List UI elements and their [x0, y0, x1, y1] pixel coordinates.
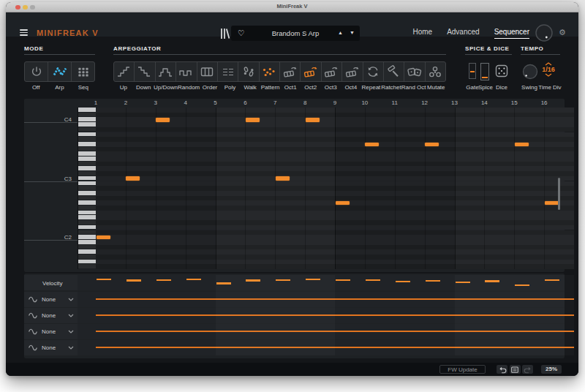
seq-mode-icon-seq[interactable]: [72, 62, 94, 81]
arp-poly-icon-poly[interactable]: [218, 62, 238, 81]
piano-key-white[interactable]: [78, 211, 96, 215]
piano-key-white[interactable]: [78, 176, 96, 181]
preset-down-icon[interactable]: ▼: [350, 30, 355, 35]
sequencer-note[interactable]: [276, 176, 290, 181]
piano-key-white[interactable]: [78, 200, 96, 205]
sequencer-note[interactable]: [545, 201, 559, 206]
arp-ratchet-icon-ratchet[interactable]: [384, 62, 404, 81]
velocity-bar[interactable]: [396, 281, 410, 282]
roll-scrollbar[interactable]: [558, 178, 561, 210]
piano-key-black[interactable]: [78, 220, 96, 225]
piano-key-black[interactable]: [78, 171, 96, 176]
sequencer-note[interactable]: [126, 176, 140, 181]
spice-slider-icon[interactable]: [480, 63, 489, 80]
sequencer-note[interactable]: [306, 118, 320, 122]
sequencer-note[interactable]: [425, 143, 439, 147]
piano-key-white[interactable]: [78, 122, 96, 127]
piano-key-white[interactable]: [78, 142, 96, 146]
arp-order-icon-order[interactable]: [197, 62, 218, 81]
velocity-bar[interactable]: [186, 279, 201, 280]
piano-key-black[interactable]: [78, 137, 96, 141]
power-icon-off[interactable]: [25, 62, 48, 81]
chevron-down-icon[interactable]: [68, 298, 74, 301]
mod-destination-select[interactable]: None: [42, 344, 56, 351]
sequencer-note[interactable]: [336, 201, 350, 206]
piano-key-white[interactable]: [78, 225, 96, 230]
piano-key-white[interactable]: [78, 157, 96, 161]
sequencer-note[interactable]: [97, 235, 110, 240]
piano-key-white[interactable]: [78, 166, 96, 170]
arp-oct-icon-oct4[interactable]: [342, 62, 363, 81]
piano-key-black[interactable]: [78, 113, 96, 117]
piano-key-black[interactable]: [78, 264, 96, 268]
arp-updown-icon-up-down[interactable]: [156, 62, 176, 81]
time-div-control[interactable]: 1/16: [540, 62, 556, 77]
piano-key-black[interactable]: [78, 147, 96, 151]
history-icon[interactable]: [510, 365, 521, 374]
arp-mutate-icon-mutate[interactable]: [426, 62, 445, 81]
mod-destination-select[interactable]: None: [42, 312, 56, 319]
velocity-bar[interactable]: [127, 279, 141, 281]
redo-icon[interactable]: [522, 365, 533, 374]
piano-key-white[interactable]: [78, 181, 96, 186]
arp-mode-icon-arp[interactable]: [48, 62, 72, 81]
velocity-bar[interactable]: [156, 279, 171, 281]
sequencer-note[interactable]: [156, 118, 170, 122]
arp-pattern-icon-pattern[interactable]: [260, 62, 280, 81]
piano-key-white[interactable]: [78, 191, 96, 195]
piano-key-black[interactable]: [78, 127, 96, 132]
chevron-down-icon[interactable]: [68, 314, 74, 317]
preset-browser[interactable]: ♡ Brandom S Arp ▲ ▼: [231, 26, 360, 41]
chevron-down-icon[interactable]: [68, 330, 74, 333]
velocity-bar[interactable]: [97, 279, 111, 280]
piano-key-black[interactable]: [78, 206, 96, 210]
piano-key-white[interactable]: [78, 235, 96, 239]
piano-key-black[interactable]: [78, 186, 96, 190]
piano-key-black[interactable]: [78, 230, 96, 235]
nav-tab-sequencer[interactable]: Sequencer: [494, 28, 529, 39]
arp-up-icon-up[interactable]: [114, 62, 135, 81]
nav-tab-advanced[interactable]: Advanced: [447, 28, 479, 39]
piano-key-white[interactable]: [78, 108, 96, 112]
preset-up-icon[interactable]: ▲: [338, 30, 343, 35]
velocity-bar[interactable]: [366, 279, 380, 281]
piano-key-black[interactable]: [78, 255, 96, 259]
piano-key-white[interactable]: [78, 240, 96, 244]
piano-key-black[interactable]: [78, 245, 96, 249]
mod-destination-select[interactable]: None: [42, 296, 56, 303]
swing-knob[interactable]: [521, 62, 540, 81]
master-volume-knob[interactable]: [535, 23, 554, 42]
nav-tab-home[interactable]: Home: [412, 28, 432, 39]
arp-oct-icon-oct2[interactable]: [301, 62, 321, 81]
chevron-down-icon[interactable]: [68, 346, 74, 350]
gate-slider-icon[interactable]: [469, 63, 476, 79]
sequencer-note[interactable]: [246, 118, 260, 122]
sequencer-note[interactable]: [365, 143, 379, 147]
arp-down-icon-down[interactable]: [135, 62, 155, 81]
zoom-level-button[interactable]: 25%: [541, 365, 562, 374]
hamburger-menu-icon[interactable]: [20, 29, 28, 36]
piano-key-white[interactable]: [78, 117, 96, 121]
velocity-bar[interactable]: [426, 280, 440, 282]
piano-key-white[interactable]: [78, 132, 96, 137]
fw-update-button[interactable]: FW Update: [439, 365, 486, 374]
dice-icon[interactable]: [495, 64, 508, 78]
mod-destination-select[interactable]: None: [42, 328, 56, 335]
piano-key-white[interactable]: [78, 151, 96, 156]
arp-repeat-icon-repeat[interactable]: [363, 62, 384, 81]
arp-oct-icon-oct1[interactable]: [280, 62, 301, 81]
velocity-bar[interactable]: [336, 279, 350, 281]
arp-walk-icon-walk[interactable]: [238, 62, 259, 81]
arp-random-icon-random[interactable]: [176, 62, 197, 81]
undo-icon[interactable]: [497, 365, 507, 374]
piano-key-white[interactable]: [78, 249, 96, 254]
sequencer-note[interactable]: [515, 143, 529, 147]
arp-oct-icon-oct3[interactable]: [322, 62, 342, 81]
piano-key-black[interactable]: [78, 162, 96, 166]
piano-key-white[interactable]: [78, 215, 96, 219]
library-icon[interactable]: [219, 27, 230, 40]
piano-key-white[interactable]: [78, 260, 96, 264]
gear-icon[interactable]: ⚙: [559, 28, 566, 37]
piano-key-black[interactable]: [78, 196, 96, 200]
arp-randoct-icon-rand-oct[interactable]: [404, 62, 425, 81]
